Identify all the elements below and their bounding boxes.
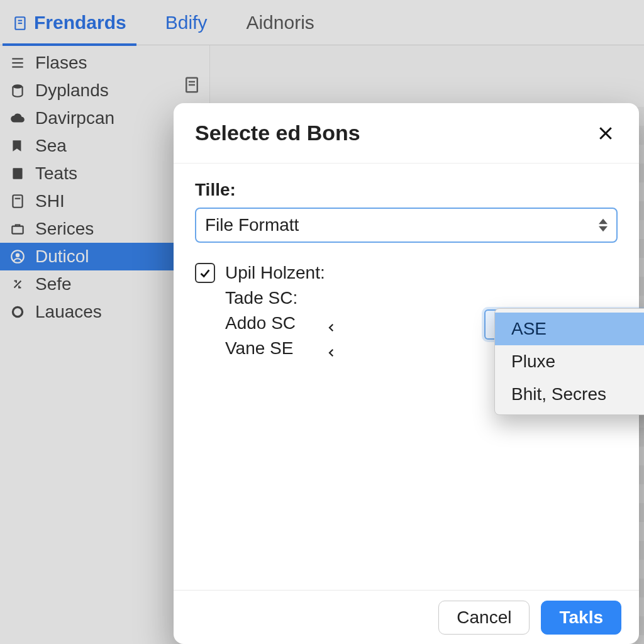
stepper-icon[interactable] <box>599 218 608 232</box>
tab-document-icon <box>13 14 29 31</box>
close-button[interactable] <box>594 121 618 145</box>
confirm-button[interactable]: Takls <box>541 601 621 635</box>
dialog: Selecte ed Bons Tille: File Formatt Upil… <box>174 103 639 644</box>
tab-bdify[interactable]: Bdify <box>159 8 214 37</box>
chevron-left-icon <box>326 343 337 354</box>
button-label: Cancel <box>457 608 511 628</box>
dropdown-option-label: ASE <box>511 319 547 339</box>
top-tabs: Frendards Bdify Aidnoris <box>0 0 644 45</box>
dropdown-option-label: Bhit, Secres <box>511 384 606 404</box>
sidebar-item-label: Sea <box>35 136 67 156</box>
sidebar-item-label: Davirpcan <box>35 108 114 128</box>
sidebar-item-label: Serices <box>35 219 94 239</box>
cloud-icon <box>9 109 26 127</box>
svg-point-6 <box>13 84 22 89</box>
ring-icon <box>9 303 26 321</box>
arrows-icon <box>9 275 26 293</box>
list-icon <box>9 54 26 72</box>
row-addo-sc: Addo SC <box>225 311 337 336</box>
dropdown-list: ASE Pluxe Bhit, Secres <box>494 308 644 415</box>
button-label: Takls <box>559 608 603 628</box>
cylinder-icon <box>9 82 26 99</box>
row-upil-holzent: Upil Holzent: <box>225 260 337 286</box>
tab-label: Aidnoris <box>246 12 314 33</box>
row-label: Tade SC: <box>225 288 319 308</box>
tab-label: Bdify <box>165 12 208 33</box>
sidebar-item-label: Lauaces <box>35 302 102 322</box>
checkbox-label: Upil Holzent: <box>225 263 325 283</box>
tab-label: Frendards <box>34 12 126 33</box>
dialog-footer: Cancel Takls <box>174 590 639 644</box>
sidebar-item-flases[interactable]: Flases <box>0 49 209 77</box>
svg-marker-19 <box>599 219 608 224</box>
dropdown-option-ase[interactable]: ASE <box>495 313 644 345</box>
row-vane-se: Vane SE <box>225 336 337 361</box>
tab-frendards[interactable]: Frendards <box>6 8 133 37</box>
tab-aidnoris[interactable]: Aidnoris <box>240 8 320 37</box>
circle-user-icon <box>9 248 26 265</box>
row-label: Vane SE <box>225 338 319 358</box>
checkbox-upil-holzent[interactable] <box>195 263 215 283</box>
dropdown-option-bhit-secres[interactable]: Bhit, Secres <box>495 378 644 411</box>
sidebar-item-label: Teats <box>35 164 77 184</box>
dialog-body: Tille: File Formatt Upil Holzent: Tade S… <box>174 164 639 590</box>
sidebar-item-label: Flases <box>35 53 87 73</box>
briefcase-icon <box>9 220 26 238</box>
svg-rect-7 <box>13 168 22 179</box>
sidebar-item-label: Sefe <box>35 274 72 294</box>
dialog-header: Selecte ed Bons <box>174 103 639 164</box>
svg-rect-8 <box>13 195 22 208</box>
sidebar-item-dyplands[interactable]: Dyplands <box>0 77 209 104</box>
document-icon <box>182 75 201 97</box>
bookmark-icon <box>9 137 26 155</box>
svg-point-12 <box>16 253 20 258</box>
calculator-icon <box>9 192 26 210</box>
field-label-tille: Tille: <box>195 180 618 200</box>
field-value: File Formatt <box>205 215 299 235</box>
svg-point-13 <box>13 307 22 316</box>
row-label: Addo SC <box>225 313 319 333</box>
dropdown-option-pluxe[interactable]: Pluxe <box>495 345 644 378</box>
cancel-button[interactable]: Cancel <box>438 601 530 635</box>
book-icon <box>9 165 26 182</box>
sidebar-item-label: Duticol <box>35 247 89 267</box>
sidebar-item-label: Dyplands <box>35 80 109 101</box>
dialog-title: Selecte ed Bons <box>195 121 360 145</box>
sub-rows: Upil Holzent: Tade SC: Addo SC Vane SE <box>225 260 337 361</box>
svg-rect-10 <box>12 226 23 234</box>
chevron-left-icon <box>326 318 337 329</box>
field-input-tille[interactable]: File Formatt <box>195 208 618 243</box>
dropdown-option-label: Pluxe <box>511 352 555 372</box>
svg-marker-20 <box>599 226 608 231</box>
sidebar-item-label: SHI <box>35 191 65 211</box>
row-tade-sc: Tade SC: <box>225 286 337 311</box>
